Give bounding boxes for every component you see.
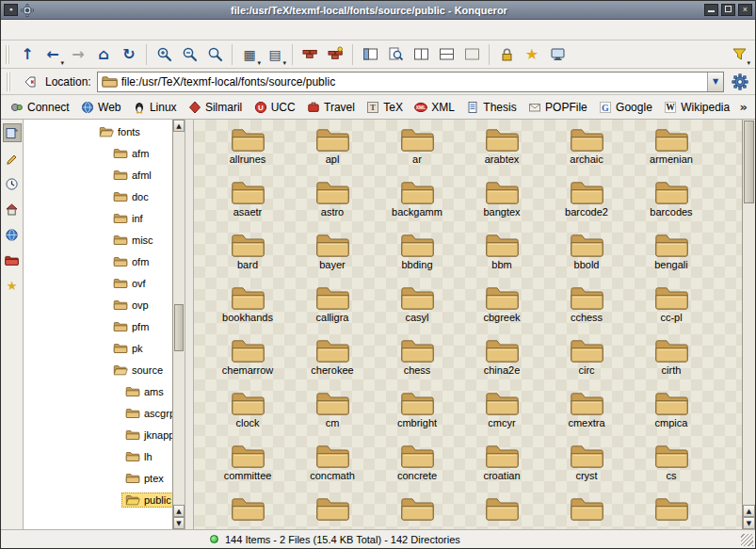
menu-item[interactable] [24, 28, 39, 32]
tree-scrollbar[interactable]: ▲ ▲ ▼ [172, 120, 185, 529]
bricks-button[interactable] [298, 42, 322, 67]
folder-item[interactable]: cryst [544, 443, 629, 495]
bookmark-google[interactable]: GGoogle [597, 99, 654, 116]
menu-item[interactable] [114, 28, 129, 32]
lock-button[interactable] [494, 42, 519, 67]
window-menu-button[interactable]: ▪ [4, 4, 18, 16]
panel-splitter[interactable] [185, 120, 194, 529]
back-button[interactable]: ←▾ [40, 42, 65, 67]
tree-item[interactable]: ovf [24, 272, 172, 294]
bookmark-tex[interactable]: TTeX [364, 99, 405, 116]
tree-item[interactable]: inf [24, 207, 172, 229]
folder-item[interactable]: allrunes [205, 126, 290, 179]
minimize-button[interactable] [704, 4, 718, 16]
folder-item[interactable]: casyl [375, 284, 459, 337]
scrollbar-thumb[interactable] [174, 304, 184, 351]
folder-item[interactable]: bayer [290, 232, 375, 284]
bookmark-wikipedia[interactable]: WWikipedia [662, 99, 732, 116]
folder-item[interactable]: committee [205, 443, 290, 495]
menu-item[interactable] [39, 28, 54, 32]
folder-item[interactable]: cherokee [290, 337, 375, 390]
location-input[interactable] [121, 75, 703, 89]
folder-item[interactable] [544, 495, 629, 529]
sidebar-button-root-folder[interactable] [3, 250, 22, 269]
home-button[interactable]: ⌂ [91, 42, 116, 67]
tree-item[interactable]: afm [24, 142, 172, 164]
maximize-button[interactable] [721, 4, 735, 16]
find-file-button[interactable] [383, 42, 408, 67]
toolbar-handle[interactable] [7, 73, 11, 91]
folder-item[interactable]: bookhands [205, 284, 290, 337]
show-navigation-panel-button[interactable] [358, 42, 382, 67]
folder-item[interactable]: bbding [375, 232, 459, 284]
scroll-up-button[interactable]: ▲ [173, 505, 185, 517]
tree-item[interactable]: lh [24, 445, 172, 467]
scroll-down-button[interactable]: ▼ [743, 517, 755, 529]
folder-item[interactable]: arabtex [459, 126, 544, 179]
tree-item[interactable]: ofm [24, 250, 172, 272]
tree-item[interactable]: public [24, 489, 172, 510]
sidebar-button-network[interactable] [3, 225, 22, 244]
bookmark-web[interactable]: Web [79, 99, 122, 116]
list-view-button[interactable]: ▤▾ [263, 42, 287, 67]
bookmark-star-button[interactable]: ★ [520, 42, 544, 67]
folder-item[interactable]: circ [544, 337, 629, 390]
folder-item[interactable] [459, 495, 544, 529]
resize-grip[interactable] [741, 534, 753, 546]
folder-item[interactable]: bengali [629, 232, 714, 284]
location-dropdown-button[interactable]: ▼ [707, 73, 723, 91]
forward-button[interactable]: → [66, 42, 90, 67]
folder-item[interactable]: bard [205, 232, 290, 284]
tree-item[interactable]: pfm [24, 315, 172, 337]
tree-item[interactable]: jknappen [24, 424, 172, 445]
titlebar[interactable]: ▪ file:/usr/TeX/texmf-local/fonts/source… [1, 1, 755, 20]
folder-item[interactable]: apl [290, 126, 375, 179]
main-scrollbar[interactable]: ▲ ▼ [742, 120, 755, 529]
bookmark-thesis[interactable]: Thesis [464, 99, 518, 116]
up-button[interactable]: ↑ [15, 42, 40, 67]
tree-item[interactable]: ovp [24, 294, 172, 315]
close-button[interactable]: × [738, 4, 752, 16]
clear-location-button[interactable] [21, 70, 40, 94]
filter-button[interactable]: ▾ [727, 42, 751, 67]
location-combobox[interactable]: ▼ [97, 72, 724, 92]
menu-item[interactable] [69, 28, 84, 32]
folder-item[interactable]: calligra [290, 284, 375, 337]
folder-item[interactable] [375, 495, 459, 529]
bookmark-xml[interactable]: XMLXML [412, 99, 457, 116]
sidebar-button-bookmarks[interactable]: ★ [3, 276, 22, 295]
menu-item[interactable] [99, 28, 114, 32]
folder-item[interactable]: chess [375, 337, 459, 390]
folder-item[interactable]: cbgreek [459, 284, 544, 337]
folder-item[interactable]: ar [375, 126, 459, 179]
icon-view-button[interactable]: ▦▾ [237, 42, 262, 67]
icon-view-area[interactable]: allrunes apl ar arabtex archaic [194, 120, 742, 529]
folder-item[interactable]: cmextra [544, 390, 629, 443]
menu-item[interactable] [129, 28, 144, 32]
folder-item[interactable]: clock [205, 390, 290, 443]
find-button[interactable] [202, 42, 227, 67]
folder-item[interactable] [629, 495, 714, 529]
folder-item[interactable]: cmpica [629, 390, 714, 443]
sidebar-button-tabs[interactable] [3, 123, 22, 142]
bookmark-ucc[interactable]: UUCC [252, 99, 298, 116]
bookmark-travel[interactable]: Travel [305, 99, 357, 116]
folder-item[interactable] [205, 495, 290, 529]
folder-item[interactable]: croatian [459, 443, 544, 495]
scroll-up-button[interactable]: ▲ [173, 120, 185, 132]
folder-item[interactable]: bbm [459, 232, 544, 284]
folder-item[interactable]: cchess [544, 284, 629, 337]
bricks-new-button[interactable] [323, 42, 347, 67]
folder-item[interactable]: cm [290, 390, 375, 443]
tree-item[interactable]: doc [24, 186, 172, 207]
terminal-button[interactable] [545, 42, 570, 67]
close-view-button[interactable] [459, 42, 484, 67]
tree-item[interactable]: fonts [24, 121, 172, 142]
toolbar-handle[interactable] [6, 45, 10, 64]
tree-item[interactable]: misc [24, 229, 172, 250]
folder-item[interactable]: astro [290, 179, 375, 232]
split-view-top-bottom-button[interactable] [434, 42, 458, 67]
zoom-in-button[interactable] [152, 42, 176, 67]
tree-item[interactable]: afml [24, 164, 172, 186]
folder-item[interactable]: cirth [629, 337, 714, 390]
